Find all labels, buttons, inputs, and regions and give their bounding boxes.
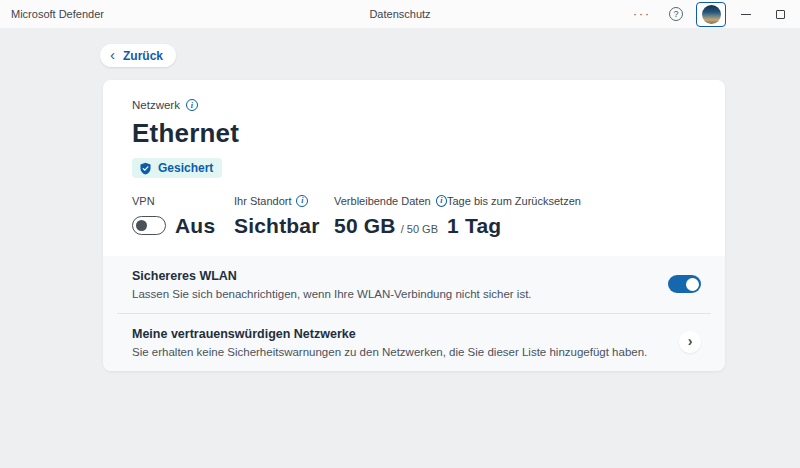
stat-remaining-data-suffix: / 50 GB: [401, 223, 438, 235]
stat-location-value: Sichtbar: [234, 214, 320, 238]
network-summary-section: Netzwerk i Ethernet Gesichert VPN Aus: [103, 80, 725, 256]
stat-days-to-reset-value: 1 Tag: [447, 214, 501, 238]
stat-remaining-data-value: 50 GB: [334, 214, 396, 238]
stat-vpn-value: Aus: [175, 214, 215, 238]
stat-location-label: Ihr Standort: [234, 195, 291, 207]
avatar: [702, 5, 721, 24]
shield-check-icon: [139, 162, 152, 175]
account-button[interactable]: [696, 2, 726, 27]
setting-row-secure-wifi: Sichereres WLAN Lassen Sie sich benachri…: [103, 256, 725, 313]
setting-title: Sichereres WLAN: [132, 269, 648, 283]
chevron-left-icon: ‹: [110, 47, 115, 62]
maximize-button[interactable]: [766, 2, 794, 26]
status-badge-label: Gesichert: [158, 161, 213, 175]
chevron-right-icon: ›: [688, 334, 693, 348]
setting-description: Sie erhalten keine Sicherheitswarnungen …: [132, 346, 659, 358]
stat-remaining-data-label: Verbleibende Daten: [334, 195, 431, 207]
network-name: Ethernet: [132, 118, 697, 149]
status-badge: Gesichert: [132, 158, 222, 178]
minimize-icon: [741, 14, 751, 15]
stat-vpn: VPN Aus: [132, 194, 234, 238]
stat-vpn-label: VPN: [132, 195, 155, 207]
network-info-icon[interactable]: i: [186, 99, 198, 111]
secure-wifi-toggle[interactable]: [668, 275, 701, 293]
titlebar: Microsoft Defender Datenschutz ··· ?: [0, 0, 800, 28]
vpn-toggle[interactable]: [132, 216, 166, 235]
setting-row-trusted-networks[interactable]: Meine vertrauenswürdigen Netzwerke Sie e…: [103, 314, 725, 371]
network-card: Netzwerk i Ethernet Gesichert VPN Aus: [103, 80, 725, 371]
minimize-button[interactable]: [732, 2, 760, 26]
network-stats-row: VPN Aus Ihr Standort i Sichtbar: [132, 194, 697, 238]
stat-days-to-reset: Tage bis zum Zurücksetzen 1 Tag: [447, 194, 581, 238]
back-button-label: Zurück: [123, 49, 163, 63]
setting-text: Sichereres WLAN Lassen Sie sich benachri…: [132, 269, 668, 300]
settings-section: Sichereres WLAN Lassen Sie sich benachri…: [103, 256, 725, 371]
help-button[interactable]: ?: [662, 2, 690, 26]
toggle-knob: [686, 278, 699, 291]
toggle-knob: [136, 220, 147, 231]
setting-text: Meine vertrauenswürdigen Netzwerke Sie e…: [132, 327, 679, 358]
help-icon: ?: [669, 7, 683, 21]
maximize-icon: [776, 10, 785, 19]
stat-location: Ihr Standort i Sichtbar: [234, 194, 334, 238]
ellipsis-icon: ···: [633, 8, 651, 20]
location-info-icon[interactable]: i: [296, 195, 308, 207]
stat-remaining-data: Verbleibende Daten i 50 GB / 50 GB: [334, 194, 447, 238]
titlebar-controls: ··· ?: [628, 2, 794, 27]
remaining-data-info-icon[interactable]: i: [436, 195, 447, 207]
setting-description: Lassen Sie sich benachrichtigen, wenn Ih…: [132, 288, 648, 300]
stat-days-to-reset-label: Tage bis zum Zurücksetzen: [447, 195, 581, 207]
setting-title: Meine vertrauenswürdigen Netzwerke: [132, 327, 659, 341]
more-options-button[interactable]: ···: [628, 2, 656, 26]
trusted-networks-chevron-button[interactable]: ›: [679, 331, 701, 353]
network-section-label: Netzwerk: [132, 99, 180, 111]
back-button-row: ‹ Zurück: [100, 44, 800, 67]
app-title: Microsoft Defender: [11, 8, 104, 20]
back-button[interactable]: ‹ Zurück: [100, 44, 176, 67]
